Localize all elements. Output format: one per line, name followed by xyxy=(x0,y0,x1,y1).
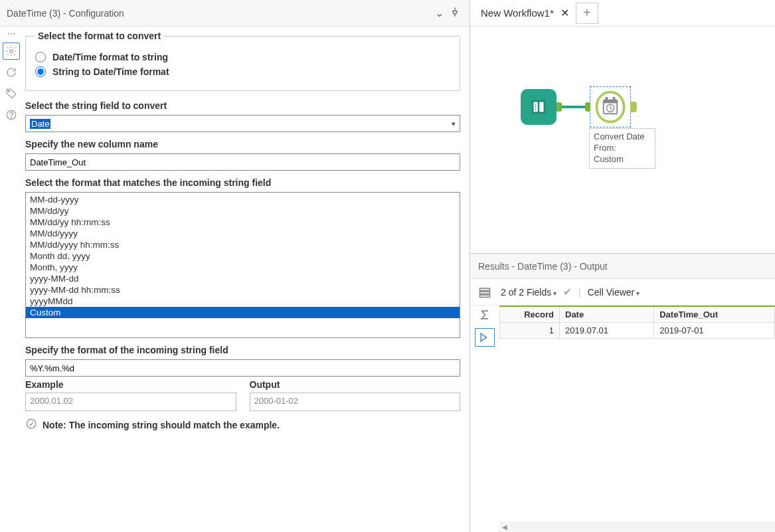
list-item[interactable]: yyyyMMdd xyxy=(26,296,460,307)
output-label: Output xyxy=(250,379,461,390)
svg-rect-17 xyxy=(480,295,490,297)
new-tab-button[interactable]: + xyxy=(576,3,598,24)
chevron-down-icon: ▾ xyxy=(452,120,456,128)
svg-point-9 xyxy=(535,109,537,110)
example-label: Example xyxy=(25,379,236,390)
check-circle-icon xyxy=(25,418,37,432)
note-text: Note: The incoming string should match t… xyxy=(43,420,280,430)
svg-rect-12 xyxy=(606,97,608,101)
gear-icon[interactable] xyxy=(3,43,20,60)
format-convert-group: Select the format to convert Date/Time f… xyxy=(25,31,460,91)
results-toolbar: 2 of 2 Fields ✔ | Cell Viewer xyxy=(470,279,775,306)
list-item[interactable]: yyyy-MM-dd hh:mm:ss xyxy=(26,284,460,296)
grip-icon: ⋯ xyxy=(7,29,16,39)
svg-rect-13 xyxy=(613,97,616,101)
svg-rect-6 xyxy=(539,102,543,112)
group-legend: Select the format to convert xyxy=(35,31,163,41)
workflow-tab-bar: New Workflow1* ✕ + xyxy=(470,0,775,27)
list-item[interactable]: MM/dd/yyyy hh:mm:ss xyxy=(26,239,460,250)
results-header: Results - DateTime (3) - Output xyxy=(470,254,775,279)
list-item[interactable]: MM/dd/yyyy xyxy=(26,228,460,239)
list-item[interactable]: MM/dd/yy hh:mm:ss xyxy=(26,217,460,228)
label-custom-format: Specify the format of the incoming strin… xyxy=(25,345,460,355)
config-side-toolbar: ⋯ xyxy=(0,27,23,532)
node-label: Convert DateFrom:Custom xyxy=(589,128,655,169)
list-item[interactable]: yyyy-MM-dd xyxy=(26,273,460,284)
svg-point-7 xyxy=(535,104,537,105)
svg-point-3 xyxy=(11,117,12,118)
check-icon[interactable]: ✔ xyxy=(563,286,572,298)
label-select-field: Select the string field to convert xyxy=(25,100,460,111)
refresh-icon[interactable] xyxy=(3,64,20,81)
list-item[interactable]: Custom xyxy=(26,307,460,318)
pin-icon[interactable] xyxy=(447,7,463,20)
new-column-input[interactable] xyxy=(25,153,460,171)
column-header[interactable]: Record xyxy=(500,306,560,323)
radio-datetime-to-string[interactable]: Date/Time format to string xyxy=(35,52,450,62)
tab-workflow[interactable]: New Workflow1* ✕ xyxy=(478,3,572,23)
chevron-down-icon[interactable]: ⌄ xyxy=(431,7,447,19)
column-header[interactable]: DateTime_Out xyxy=(654,306,775,323)
cell-viewer-dropdown[interactable]: Cell Viewer xyxy=(588,287,640,298)
svg-rect-15 xyxy=(480,288,490,290)
example-value: 2000.01.02 xyxy=(25,393,236,411)
radio-string-to-datetime[interactable]: String to Date/Time format xyxy=(35,66,450,77)
svg-point-1 xyxy=(8,90,9,92)
horizontal-scrollbar[interactable]: ◀ xyxy=(499,521,775,532)
output-value: 2000-01-02 xyxy=(250,393,461,411)
svg-point-0 xyxy=(10,50,13,53)
config-title: DateTime (3) - Configuration xyxy=(7,8,124,19)
svg-rect-16 xyxy=(480,292,490,294)
list-item[interactable]: MM-dd-yyyy xyxy=(26,194,460,205)
list-item[interactable]: MM/dd/yy xyxy=(26,205,460,217)
label-format-list: Select the format that matches the incom… xyxy=(25,177,460,188)
close-icon[interactable]: ✕ xyxy=(560,7,569,19)
config-header: DateTime (3) - Configuration ⌄ xyxy=(0,0,470,27)
svg-point-8 xyxy=(535,106,537,108)
table-row[interactable]: 12019.07.012019-07-01 xyxy=(500,323,775,339)
rows-icon[interactable] xyxy=(475,283,495,302)
field-select[interactable]: Date ▾ xyxy=(25,115,460,132)
results-side-toolbar xyxy=(470,306,499,532)
custom-format-input[interactable] xyxy=(25,359,460,377)
label-new-column: Specify the new column name xyxy=(25,139,460,149)
input-node[interactable] xyxy=(521,89,557,125)
output-icon[interactable] xyxy=(475,328,495,347)
format-listbox[interactable]: MM-dd-yyyyMM/dd/yyMM/dd/yy hh:mm:ssMM/dd… xyxy=(25,192,460,338)
sigma-icon[interactable] xyxy=(475,306,495,324)
tag-icon[interactable] xyxy=(3,85,20,102)
svg-point-4 xyxy=(27,419,36,428)
canvas[interactable]: Convert DateFrom:Custom xyxy=(521,86,631,128)
fields-dropdown[interactable]: 2 of 2 Fields xyxy=(501,287,557,298)
help-icon[interactable] xyxy=(3,106,20,124)
list-item[interactable]: Month dd, yyyy xyxy=(26,250,460,262)
column-header[interactable]: Date xyxy=(560,306,654,323)
results-table[interactable]: RecordDateDateTime_Out 12019.07.012019-0… xyxy=(499,306,775,339)
datetime-node[interactable]: Convert DateFrom:Custom xyxy=(590,86,631,128)
list-item[interactable]: Month, yyyy xyxy=(26,262,460,273)
